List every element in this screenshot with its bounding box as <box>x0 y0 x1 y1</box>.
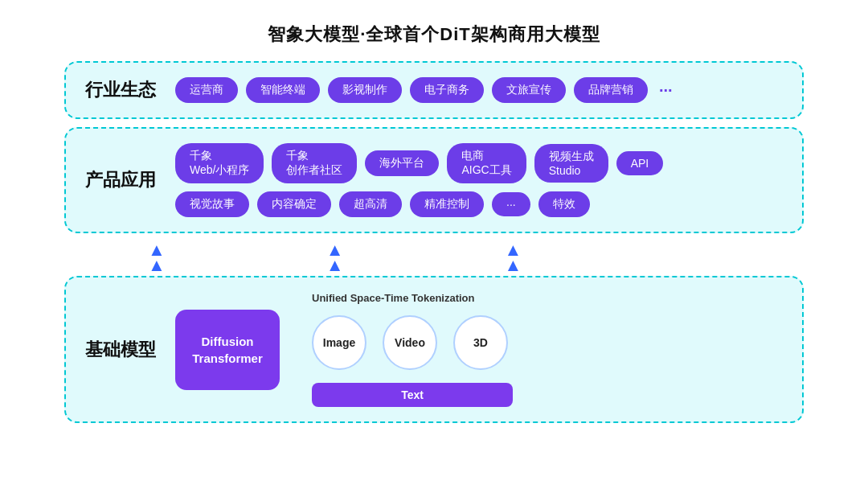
tokenization-title: Unified Space-Time Tokenization <box>312 292 475 304</box>
diffusion-text: DiffusionTransformer <box>192 333 263 367</box>
tag-precise-control: 精准控制 <box>410 191 484 217</box>
product-row: 产品应用 千象Web/小程序 千象创作者社区 海外平台 电商AIGC工具 视频生… <box>64 127 804 233</box>
base-content: DiffusionTransformer Unified Space-Time … <box>175 292 783 407</box>
arrows-section: ▲▲ ▲▲ ▲▲ <box>64 241 804 276</box>
industry-tags: 运营商 智能终端 影视制作 电子商务 文旅宣传 品牌营销 ··· <box>175 77 676 103</box>
circle-3d: 3D <box>453 315 508 370</box>
tag-dots2: ··· <box>492 192 530 216</box>
tag-ecommerce: 电子商务 <box>410 77 484 103</box>
base-row: 基础模型 DiffusionTransformer Unified Space-… <box>64 276 804 423</box>
arrow-3: ▲▲ <box>505 243 522 273</box>
tag-tourism: 文旅宣传 <box>492 77 566 103</box>
industry-label: 行业生态 <box>85 78 156 102</box>
tag-qianxiang-web: 千象Web/小程序 <box>175 143 264 183</box>
base-label: 基础模型 <box>85 338 156 362</box>
arrow-2: ▲▲ <box>326 243 344 273</box>
arrow-1: ▲▲ <box>148 243 166 273</box>
tokenization-block: Unified Space-Time Tokenization Image Vi… <box>312 292 513 407</box>
tag-ecom-aigc: 电商AIGC工具 <box>447 143 526 183</box>
main-container: 行业生态 运营商 智能终端 影视制作 电子商务 文旅宣传 品牌营销 ··· 产品… <box>64 61 804 423</box>
diffusion-transformer-box: DiffusionTransformer <box>175 310 280 390</box>
circles-row: Image Video 3D <box>312 315 508 370</box>
circle-video: Video <box>383 315 437 370</box>
tag-video-studio: 视频生成Studio <box>534 144 608 183</box>
product-grid: 千象Web/小程序 千象创作者社区 海外平台 电商AIGC工具 视频生成Stud… <box>175 143 663 217</box>
product-row2: 视觉故事 内容确定 超高清 精准控制 ··· 特效 <box>175 191 663 217</box>
tag-visual-story: 视觉故事 <box>175 191 249 217</box>
product-row1: 千象Web/小程序 千象创作者社区 海外平台 电商AIGC工具 视频生成Stud… <box>175 143 663 183</box>
tag-operator: 运营商 <box>175 77 238 103</box>
tag-branding: 品牌营销 <box>574 77 648 103</box>
tag-film: 影视制作 <box>328 77 402 103</box>
tag-overseas: 海外平台 <box>365 150 439 176</box>
tag-smart-terminal: 智能终端 <box>246 77 320 103</box>
text-bar: Text <box>312 383 513 407</box>
tag-more-dots: ··· <box>656 81 676 100</box>
product-label: 产品应用 <box>85 168 156 192</box>
circle-image: Image <box>312 315 366 370</box>
tag-content-fix: 内容确定 <box>257 191 331 217</box>
tag-effects: 特效 <box>538 191 590 217</box>
tag-qianxiang-creator: 千象创作者社区 <box>272 143 357 183</box>
tag-ultra-hd: 超高清 <box>339 191 402 217</box>
page-title: 智象大模型·全球首个DiT架构商用大模型 <box>268 23 600 47</box>
industry-row: 行业生态 运营商 智能终端 影视制作 电子商务 文旅宣传 品牌营销 ··· <box>64 61 804 119</box>
tag-api: API <box>616 151 664 175</box>
